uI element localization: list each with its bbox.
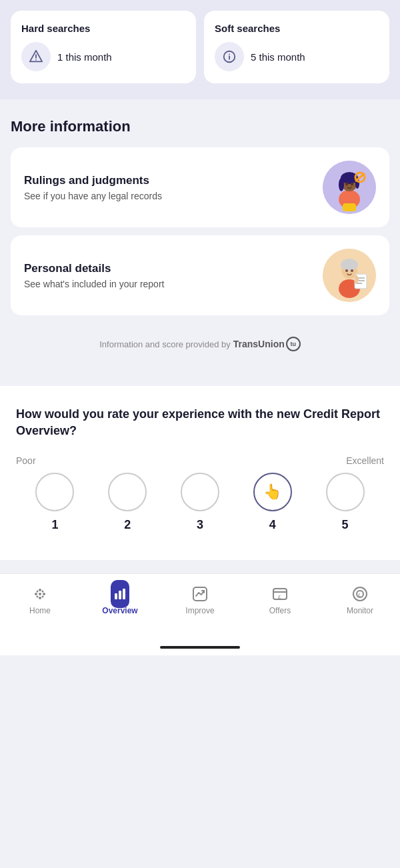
- soft-searches-title: Soft searches: [215, 23, 379, 34]
- rating-number-3: 3: [197, 518, 203, 532]
- svg-point-35: [39, 593, 41, 595]
- poor-label: Poor: [16, 455, 36, 466]
- svg-point-19: [341, 259, 358, 271]
- svg-point-11: [345, 183, 348, 186]
- rating-options: 1 2 3 👆 4 5: [16, 473, 384, 532]
- personal-card-text: Personal details See what's included in …: [24, 262, 164, 289]
- svg-point-32: [42, 591, 44, 593]
- rulings-illustration: [323, 161, 376, 214]
- nav-label-monitor: Monitor: [347, 606, 373, 615]
- rating-option-3[interactable]: 3: [164, 473, 237, 532]
- monitor-icon: £: [351, 585, 369, 603]
- home-indicator: [0, 633, 400, 655]
- tu-badge: tu: [286, 337, 301, 351]
- home-bar: [160, 646, 240, 649]
- nav-item-offers[interactable]: £ Offers: [240, 581, 320, 619]
- rating-question: How would you rate your experience with …: [16, 406, 384, 439]
- nav-label-offers: Offers: [269, 606, 291, 615]
- search-cards-row: Hard searches 1 this month Soft searches: [11, 11, 389, 83]
- svg-rect-15: [343, 203, 356, 211]
- svg-point-20: [345, 269, 348, 272]
- svg-point-33: [37, 596, 39, 598]
- rating-option-4[interactable]: 👆 4: [236, 473, 309, 532]
- rating-circle-5[interactable]: [326, 473, 365, 511]
- nav-item-home[interactable]: Home: [0, 581, 80, 619]
- improve-icon: [191, 585, 209, 603]
- rating-option-5[interactable]: 5: [309, 473, 381, 532]
- nav-label-improve: Improve: [185, 606, 214, 615]
- rating-labels: Poor Excellent: [16, 455, 384, 466]
- rating-option-1[interactable]: 1: [19, 473, 91, 532]
- nav-item-overview[interactable]: Overview: [80, 581, 160, 619]
- rating-number-2: 2: [124, 518, 131, 532]
- offers-icon: £: [271, 585, 289, 603]
- soft-searches-content: 5 this month: [215, 42, 379, 71]
- svg-point-21: [351, 269, 353, 272]
- warning-icon: [21, 42, 51, 71]
- info-icon: [215, 42, 244, 71]
- personal-illustration: [323, 249, 376, 302]
- nav-item-monitor[interactable]: £ Monitor: [320, 581, 400, 619]
- rating-circle-2[interactable]: [108, 473, 147, 511]
- rulings-card-subtitle: See if you have any legal records: [24, 191, 162, 201]
- nav-label-home: Home: [29, 606, 51, 615]
- svg-text:£: £: [278, 594, 281, 600]
- svg-rect-38: [123, 589, 125, 599]
- hard-searches-title: Hard searches: [21, 23, 185, 34]
- personal-details-card[interactable]: Personal details See what's included in …: [11, 235, 389, 315]
- rating-number-1: 1: [51, 518, 58, 532]
- svg-rect-36: [115, 593, 117, 599]
- nav-item-improve[interactable]: Improve: [160, 581, 240, 619]
- hard-searches-card[interactable]: Hard searches 1 this month: [11, 11, 196, 83]
- rating-number-4: 4: [269, 518, 276, 532]
- rating-section: How would you rate your experience with …: [0, 386, 400, 560]
- cursor-pointer-icon: 👆: [263, 483, 281, 501]
- soft-searches-count: 5 this month: [251, 51, 305, 63]
- rulings-card[interactable]: Rulings and judgments See if you have an…: [11, 147, 389, 227]
- hard-searches-content: 1 this month: [21, 42, 185, 71]
- bottom-nav: Home Overview Improve: [0, 573, 400, 633]
- more-info-title: More information: [11, 118, 389, 135]
- svg-point-30: [39, 597, 41, 599]
- personal-card-subtitle: See what's included in your report: [24, 279, 164, 289]
- svg-point-1: [35, 59, 37, 61]
- svg-point-9: [339, 178, 344, 191]
- svg-rect-37: [119, 591, 121, 599]
- top-section: Hard searches 1 this month Soft searches: [0, 0, 400, 99]
- svg-point-34: [42, 596, 44, 598]
- svg-text:£: £: [358, 593, 361, 597]
- svg-point-28: [39, 589, 41, 591]
- svg-point-12: [351, 183, 353, 186]
- rating-circle-3[interactable]: [181, 473, 219, 511]
- rating-number-5: 5: [342, 518, 349, 532]
- rating-circle-1[interactable]: [35, 473, 74, 511]
- home-icon: [31, 585, 49, 603]
- rating-circle-4[interactable]: 👆: [253, 473, 292, 511]
- rating-option-2[interactable]: 2: [91, 473, 164, 532]
- personal-card-title: Personal details: [24, 262, 164, 275]
- svg-point-31: [37, 591, 39, 593]
- transunion-footer: Information and score provided by TransU…: [11, 323, 389, 367]
- nav-label-overview: Overview: [102, 606, 137, 615]
- transunion-text: Information and score provided by TransU…: [21, 337, 379, 351]
- svg-point-4: [229, 53, 230, 55]
- svg-point-29: [43, 593, 45, 595]
- overview-icon: [111, 585, 129, 603]
- soft-searches-card[interactable]: Soft searches 5 this month: [204, 11, 389, 83]
- transunion-logo: TransUnion tu: [233, 337, 301, 351]
- hard-searches-count: 1 this month: [57, 51, 112, 63]
- excellent-label: Excellent: [346, 455, 384, 466]
- rulings-card-text: Rulings and judgments See if you have an…: [24, 174, 162, 201]
- rulings-card-title: Rulings and judgments: [24, 174, 162, 187]
- more-info-section: More information Rulings and judgments S…: [0, 99, 400, 381]
- svg-point-27: [35, 593, 37, 595]
